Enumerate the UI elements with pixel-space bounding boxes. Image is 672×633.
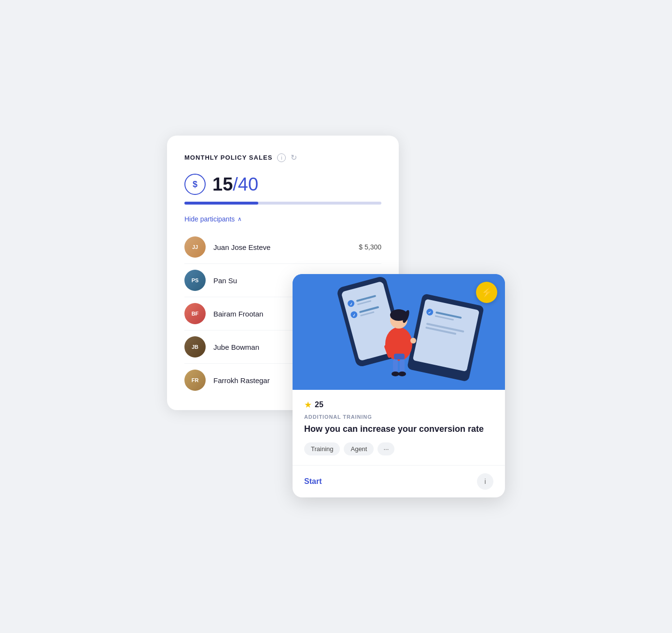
svg-point-26	[398, 372, 406, 376]
hide-participants-toggle[interactable]: Hide participants ∧	[184, 215, 381, 223]
info-icon[interactable]: i	[277, 153, 286, 162]
start-button[interactable]: Start	[304, 477, 322, 486]
current-sales: 15	[212, 174, 233, 194]
training-body: ★ 25 ADDITIONAL TRAINING How you can inc…	[293, 390, 505, 455]
tags-row: TrainingAgent···	[304, 442, 493, 455]
card-title: MONTHLY POLICY SALES	[184, 154, 272, 161]
hide-participants-label: Hide participants	[184, 215, 235, 223]
progress-bar-container	[184, 202, 381, 205]
svg-point-29	[410, 338, 416, 344]
progress-bar-fill	[184, 202, 258, 205]
tag[interactable]: Agent	[344, 442, 374, 455]
training-card: ✓ ✓ ✓	[293, 274, 505, 497]
training-image: ✓ ✓ ✓	[293, 274, 505, 390]
avatar: JJ	[184, 236, 206, 258]
tag[interactable]: ···	[378, 442, 394, 455]
avatar: BF	[184, 303, 206, 324]
avatar: JB	[184, 336, 206, 358]
dollar-circle: $	[184, 174, 206, 195]
participant-name: Juan Jose Esteve	[213, 243, 359, 251]
participant-amount: $ 5,300	[359, 243, 381, 251]
training-footer: Start i	[293, 465, 505, 497]
training-illustration: ✓ ✓ ✓	[293, 274, 505, 390]
svg-rect-24	[400, 358, 405, 373]
info-button[interactable]: i	[477, 473, 493, 490]
svg-rect-30	[394, 354, 405, 359]
avatar: PS	[184, 270, 206, 291]
star-icon: ★	[304, 399, 312, 410]
total-sales: 40	[238, 174, 258, 194]
training-title: How you can increase your conversion rat…	[304, 424, 493, 435]
svg-point-25	[392, 372, 399, 376]
category-label: ADDITIONAL TRAINING	[304, 414, 493, 420]
list-item: JJJuan Jose Esteve$ 5,300	[184, 231, 381, 264]
sales-amount: $ 15/40	[184, 174, 381, 195]
svg-rect-23	[393, 358, 398, 373]
lightning-badge: ⚡	[476, 282, 497, 303]
rating-number: 25	[315, 400, 323, 409]
refresh-icon[interactable]: ↻	[291, 153, 297, 162]
chevron-up-icon: ∧	[238, 216, 242, 222]
avatar: FR	[184, 370, 206, 391]
rating-row: ★ 25	[304, 399, 493, 410]
lightning-icon: ⚡	[481, 287, 493, 298]
card-header: MONTHLY POLICY SALES i ↻	[184, 153, 381, 162]
amount-display: 15/40	[212, 174, 258, 195]
tag[interactable]: Training	[304, 442, 340, 455]
dollar-symbol: $	[193, 179, 197, 190]
sales-separator: /	[233, 174, 238, 194]
